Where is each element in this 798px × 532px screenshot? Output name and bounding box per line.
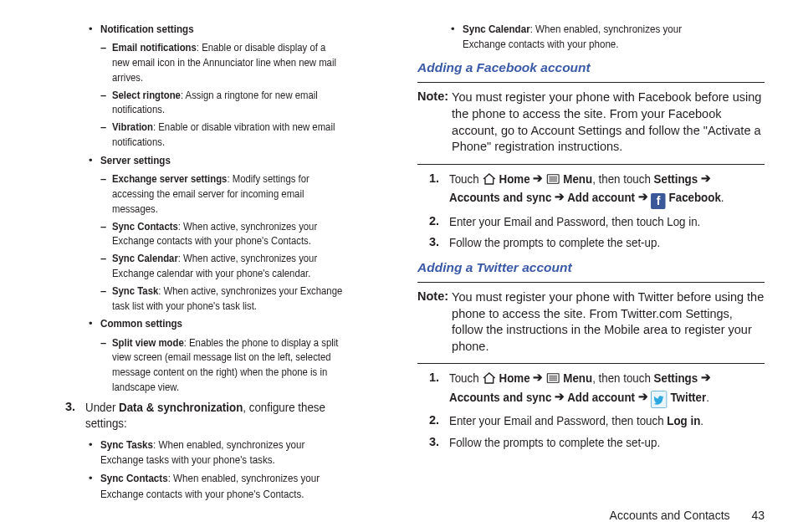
- page-footer: Accounts and Contacts 43: [610, 509, 765, 522]
- text: , then touch: [592, 371, 653, 385]
- bullet-sync-contacts: • Sync Contacts: When enabled, synchroni…: [89, 471, 381, 501]
- text: , then touch: [592, 172, 653, 186]
- step-number: 1.: [429, 371, 449, 408]
- bullet-heading: Server settings: [100, 154, 171, 166]
- heading-facebook: Adding a Facebook account: [417, 60, 765, 75]
- dash-marker: –: [100, 120, 112, 150]
- page-number: 43: [751, 509, 765, 522]
- item-label: Sync Task: [112, 284, 158, 297]
- item-label: Sync Calendar: [112, 252, 178, 264]
- label-home: Home: [499, 371, 530, 385]
- item-label: Sync Contacts: [100, 472, 168, 484]
- arrow-icon: ➔: [638, 389, 648, 406]
- sub-vibration: – Vibration: Enable or disable vibration…: [100, 120, 381, 150]
- arrow-icon: ➔: [533, 370, 543, 386]
- item-label: Sync Contacts: [112, 220, 178, 233]
- label-twitter: Twitter: [670, 391, 706, 404]
- note-twitter: Note: You must register your phone with …: [417, 282, 765, 364]
- step-text: Enter your Email and Password, then touc…: [449, 214, 700, 231]
- bullet-sync-calendar: • Sync Calendar: When enabled, synchroni…: [451, 22, 765, 52]
- label-menu: Menu: [563, 371, 592, 385]
- text: Touch: [449, 172, 482, 186]
- sub-sync-task: – Sync Task: When active, synchronizes y…: [100, 284, 381, 314]
- bullet-marker: •: [89, 153, 100, 168]
- bullet-heading: Notification settings: [100, 23, 194, 35]
- fb-step-3: 3. Follow the prompts to complete the se…: [429, 235, 765, 252]
- arrow-icon: ➔: [555, 389, 565, 406]
- fb-step-1: 1. Touch Home ➔ Menu, then touch Setting…: [429, 171, 765, 209]
- bullet-sync-tasks: • Sync Tasks: When enabled, synchronizes…: [89, 437, 381, 468]
- label-settings: Settings: [654, 172, 698, 186]
- label-login: Log in: [667, 414, 700, 427]
- left-column: • Notification settings – Email notifica…: [33, 18, 399, 522]
- bullet-notification-settings: • Notification settings: [89, 22, 381, 37]
- tw-step-1: 1. Touch Home ➔ Menu, then touch Setting…: [429, 371, 765, 408]
- dash-marker: –: [100, 251, 112, 281]
- text: .: [700, 414, 703, 427]
- arrow-icon: ➔: [555, 189, 565, 206]
- sub-split-view: – Split view mode: Enables the phone to …: [100, 335, 381, 395]
- label-add-account: Add account: [567, 391, 635, 404]
- item-label: Exchange server settings: [112, 172, 227, 185]
- label-accounts-sync: Accounts and sync: [449, 391, 551, 404]
- label-facebook: Facebook: [669, 191, 721, 204]
- dash-marker: –: [100, 171, 112, 216]
- text: .: [721, 191, 724, 204]
- item-label: Sync Calendar: [463, 23, 530, 35]
- menu-icon: [546, 371, 560, 390]
- dash-marker: –: [100, 88, 112, 118]
- sub-email-notifications: – Email notifications: Enable or disable…: [100, 40, 381, 84]
- sub-exchange-server: – Exchange server settings: Modify setti…: [100, 171, 381, 216]
- dash-marker: –: [100, 219, 112, 249]
- arrow-icon: ➔: [701, 171, 711, 187]
- item-label: Email notifications: [112, 41, 197, 54]
- step-text: Follow the prompts to complete the set-u…: [449, 435, 660, 452]
- text: .: [706, 391, 709, 404]
- label-home: Home: [499, 172, 530, 186]
- dash-marker: –: [100, 40, 112, 84]
- text: Touch: [449, 371, 482, 385]
- twitter-icon: [651, 391, 667, 408]
- bullet-server-settings: • Server settings: [89, 153, 381, 168]
- dash-marker: –: [100, 335, 112, 395]
- bullet-marker: •: [89, 471, 100, 501]
- step-number: 3.: [65, 400, 85, 432]
- sub-select-ringtone: – Select ringtone: Assign a ringtone for…: [100, 88, 381, 118]
- home-icon: [482, 371, 496, 390]
- item-label: Vibration: [112, 120, 153, 133]
- step-number: 2.: [429, 413, 449, 430]
- note-facebook: Note: You must register your phone with …: [417, 82, 765, 164]
- note-label: Note:: [417, 90, 448, 155]
- step-3: 3. Under Data & synchronization, configu…: [65, 400, 381, 432]
- step-text-bold: Data & synchronization: [119, 401, 243, 414]
- bullet-marker: •: [451, 22, 463, 52]
- step-number: 1.: [429, 171, 449, 209]
- step-text: Enter your Email and Password, then touc…: [449, 414, 667, 427]
- home-icon: [482, 172, 496, 191]
- menu-icon: [546, 172, 560, 191]
- note-text: You must register your phone with Twitte…: [452, 289, 765, 355]
- sub-sync-calendar: – Sync Calendar: When active, synchroniz…: [100, 251, 381, 281]
- step-text-pre: Under: [85, 401, 119, 414]
- bullet-heading: Common settings: [100, 317, 182, 330]
- note-label: Note:: [417, 289, 448, 355]
- bullet-common-settings: • Common settings: [89, 316, 381, 331]
- step-number: 3.: [429, 235, 449, 252]
- label-accounts-sync: Accounts and sync: [449, 191, 551, 204]
- heading-twitter: Adding a Twitter account: [417, 260, 765, 275]
- arrow-icon: ➔: [638, 189, 648, 206]
- note-text: You must register your phone with Facebo…: [452, 90, 765, 155]
- bullet-marker: •: [89, 22, 100, 37]
- step-number: 3.: [429, 435, 449, 452]
- footer-section: Accounts and Contacts: [610, 509, 730, 522]
- tw-step-3: 3. Follow the prompts to complete the se…: [429, 435, 765, 452]
- bullet-marker: •: [89, 437, 100, 468]
- label-settings: Settings: [654, 371, 698, 385]
- arrow-icon: ➔: [533, 171, 543, 187]
- fb-step-2: 2. Enter your Email and Password, then t…: [429, 214, 765, 231]
- item-label: Select ringtone: [112, 89, 181, 101]
- step-text: Follow the prompts to complete the set-u…: [449, 235, 660, 252]
- dash-marker: –: [100, 284, 112, 314]
- item-label: Split view mode: [112, 336, 184, 349]
- step-number: 2.: [429, 214, 449, 231]
